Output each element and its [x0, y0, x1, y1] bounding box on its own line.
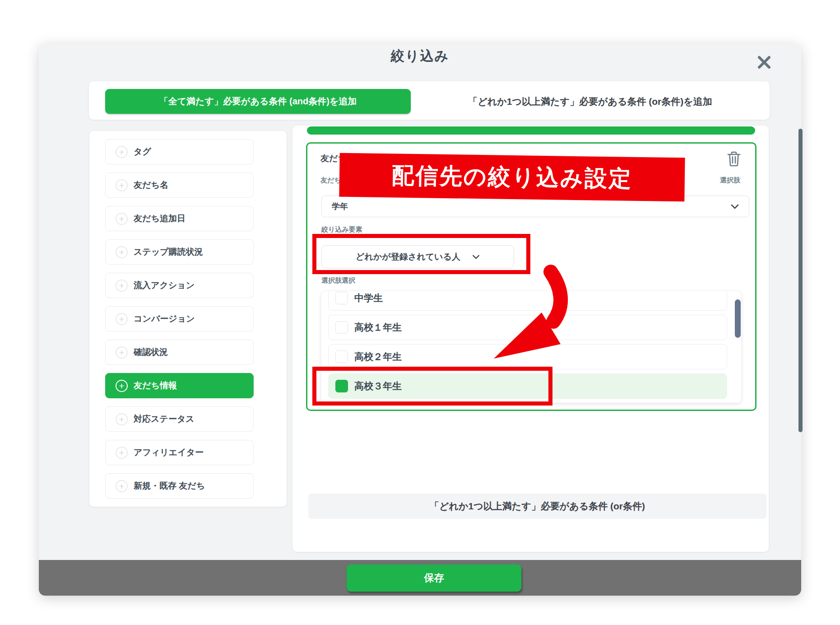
plus-circle-icon: +	[116, 346, 128, 359]
plus-circle-icon: +	[116, 280, 128, 292]
add-or-condition-button[interactable]: 「どれか1つ以上満たす」必要がある条件 (or条件)を追加	[411, 89, 770, 114]
plus-circle-icon: +	[116, 413, 128, 425]
plus-circle-icon: +	[116, 213, 128, 225]
sidebar-item-friend-added-date[interactable]: + 友だち追加日	[105, 206, 254, 231]
annotation-banner: 配信先の絞り込み設定	[339, 153, 685, 202]
sidebar-item-label: コンバージョン	[134, 313, 195, 325]
sidebar-item-label: 新規・既存 友だち	[134, 480, 205, 492]
plus-circle-icon: +	[116, 380, 128, 392]
chevron-down-icon	[472, 255, 480, 259]
or-condition-bar-label: 「どれか1つ以上満たす」必要がある条件 (or条件)	[430, 500, 645, 513]
sidebar-item-support-status[interactable]: + 対応ステータス	[105, 406, 254, 432]
plus-circle-icon: +	[116, 146, 128, 158]
options-list-scrollbar[interactable]	[735, 299, 741, 338]
sidebar-item-label: アフィリエイター	[134, 447, 204, 458]
sidebar-item-label: 友だち名	[134, 179, 168, 191]
filter-element-dropdown[interactable]: どれかが登録されている人	[321, 245, 514, 268]
options-select-label: 選択肢選択	[321, 276, 355, 285]
page: 絞り込み 「全て満たす」必要がある条件 (and条件)を追加 「どれか1つ以上満…	[0, 0, 840, 625]
modal-scrollbar[interactable]	[798, 129, 803, 432]
sidebar-item-tag[interactable]: + タグ	[105, 139, 254, 164]
and-condition-header-bar	[307, 126, 755, 135]
sidebar-item-affiliate[interactable]: + アフィリエイター	[105, 440, 254, 465]
option-label: 高校２年生	[354, 350, 402, 363]
filter-element-label: 絞り込み要素	[321, 225, 362, 234]
option-label: 中学生	[354, 292, 383, 304]
save-button-label: 保存	[424, 571, 444, 585]
annotation-banner-text: 配信先の絞り込み設定	[391, 160, 632, 194]
modal-title: 絞り込み	[39, 47, 801, 65]
choices-label: 選択肢	[695, 176, 740, 185]
annotation-frame-checked-option	[312, 367, 552, 406]
checkbox[interactable]	[335, 321, 348, 334]
plus-circle-icon: +	[116, 313, 128, 325]
option-row-high-school-2[interactable]: 高校２年生	[328, 344, 727, 369]
option-label: 高校１年生	[354, 321, 402, 334]
sidebar-item-new-existing-friend[interactable]: + 新規・既存 友だち	[105, 473, 254, 499]
sidebar-item-confirmation-status[interactable]: + 確認状況	[105, 340, 254, 365]
save-button[interactable]: 保存	[347, 564, 521, 592]
sidebar-item-label: ステップ購読状況	[134, 246, 203, 258]
filter-element-value: どれかが登録されている人	[356, 251, 460, 263]
sidebar-item-list: + タグ + 友だち名 + 友だち追加日 + ステップ購読状況 + 流入アクショ…	[89, 131, 287, 507]
option-row-high-school-1[interactable]: 高校１年生	[328, 315, 727, 340]
sidebar-item-friend-name[interactable]: + 友だち名	[105, 173, 254, 198]
sidebar-item-label: 友だち情報	[134, 380, 177, 392]
checkbox[interactable]	[335, 350, 348, 363]
sidebar-item-step-subscription[interactable]: + ステップ購読状況	[105, 239, 254, 265]
chevron-down-icon	[731, 204, 739, 209]
option-row-junior-high[interactable]: 中学生	[328, 291, 727, 311]
sidebar-item-label: タグ	[134, 146, 151, 158]
trash-icon	[727, 151, 741, 167]
or-condition-bar[interactable]: 「どれか1つ以上満たす」必要がある条件 (or条件)	[308, 494, 766, 519]
delete-condition-button[interactable]	[727, 151, 741, 167]
add-or-condition-label: 「どれか1つ以上満たす」必要がある条件 (or条件)を追加	[468, 95, 712, 108]
close-icon	[756, 54, 773, 71]
add-and-condition-button[interactable]: 「全て満たす」必要がある条件 (and条件)を追加	[105, 89, 411, 114]
sidebar-item-label: 確認状況	[134, 346, 168, 358]
field-select-value: 学年	[332, 201, 348, 212]
close-button[interactable]	[756, 54, 773, 71]
sidebar-item-label: 友だち追加日	[134, 213, 186, 224]
sidebar-item-inflow-action[interactable]: + 流入アクション	[105, 273, 254, 298]
plus-circle-icon: +	[116, 447, 128, 459]
add-and-condition-label: 「全て満たす」必要がある条件 (and条件)を追加	[159, 95, 357, 107]
sidebar-item-label: 対応ステータス	[134, 413, 195, 425]
plus-circle-icon: +	[116, 246, 128, 258]
checkbox[interactable]	[335, 292, 348, 304]
sidebar-item-label: 流入アクション	[134, 280, 195, 291]
plus-circle-icon: +	[116, 480, 128, 492]
sidebar-item-friend-info[interactable]: + 友だち情報	[105, 373, 254, 398]
plus-circle-icon: +	[116, 179, 128, 191]
sidebar-item-conversion[interactable]: + コンバージョン	[105, 306, 254, 331]
